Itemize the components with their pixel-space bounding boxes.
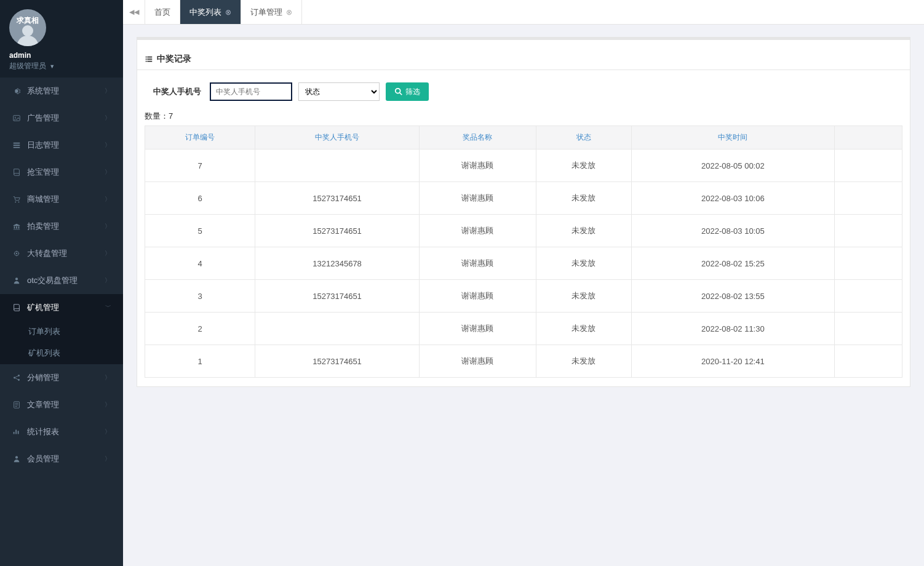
book-icon [11, 168, 22, 177]
sidebar-item[interactable]: 日志管理〉 [0, 132, 123, 159]
table-row: 115273174651谢谢惠顾未发放2020-11-20 12:41 [145, 345, 902, 378]
svg-point-5 [16, 252, 17, 253]
sidebar-item[interactable]: 系统管理〉 [0, 78, 123, 105]
chevron-right-icon: 〉 [105, 195, 111, 204]
chevron-right-icon: 〉 [105, 249, 111, 258]
svg-point-3 [18, 201, 20, 202]
chevron-right-icon: 〉 [105, 87, 111, 95]
sidebar: 求真相 admin 超级管理员 ▼ 系统管理〉广告管理〉日志管理〉抢宝管理〉商城… [0, 0, 123, 566]
table-row: 413212345678谢谢惠顾未发放2022-08-02 15:25 [145, 247, 902, 280]
column-header[interactable]: 中奖时间 [631, 126, 834, 149]
collapse-sidebar-button[interactable]: ◀◀ [123, 0, 145, 24]
cell-status: 未发放 [536, 149, 632, 182]
sidebar-item[interactable]: 矿机管理〉 [0, 294, 123, 321]
chevron-down-icon: ▼ [49, 63, 55, 70]
book-icon [11, 303, 22, 313]
cell-status: 未发放 [536, 313, 632, 345]
cell-id: 5 [145, 215, 255, 247]
table-row: 315273174651谢谢惠顾未发放2022-08-02 13:55 [145, 280, 902, 313]
svg-point-6 [15, 277, 18, 280]
results-table: 订单编号中奖人手机号奖品名称状态中奖时间 7谢谢惠顾未发放2022-08-05 … [145, 126, 902, 378]
table-row: 7谢谢惠顾未发放2022-08-05 00:02 [145, 149, 902, 182]
chevron-right-icon: 〉 [105, 168, 111, 177]
result-count: 数量：7 [145, 111, 902, 122]
column-header[interactable]: 中奖人手机号 [255, 126, 419, 149]
svg-point-2 [15, 201, 16, 202]
table-row: 615273174651谢谢惠顾未发放2022-08-03 10:06 [145, 182, 902, 215]
cell-id: 3 [145, 280, 255, 313]
table-row: 515273174651谢谢惠顾未发放2022-08-03 10:05 [145, 215, 902, 247]
cell-actions [835, 280, 902, 313]
panel-winning-records: 中奖记录 中奖人手机号 状态 筛选 [137, 37, 910, 387]
share-icon [11, 373, 22, 383]
close-icon[interactable]: ⊗ [286, 8, 292, 17]
sidebar-subitem[interactable]: 矿机列表 [0, 343, 123, 364]
sidebar-item[interactable]: 大转盘管理〉 [0, 240, 123, 267]
cell-phone: 15273174651 [255, 215, 419, 247]
sidebar-item-label: 商城管理 [27, 194, 59, 205]
tab-label: 中奖列表 [189, 7, 221, 18]
sidebar-item-label: 抢宝管理 [27, 167, 59, 178]
filter-button[interactable]: 筛选 [386, 82, 429, 101]
cell-id: 7 [145, 149, 255, 182]
cell-phone [255, 313, 419, 345]
column-header[interactable]: 订单编号 [145, 126, 255, 149]
chevron-right-icon: 〉 [105, 373, 111, 382]
cell-time: 2022-08-05 00:02 [631, 149, 834, 182]
cell-actions [835, 215, 902, 247]
column-header[interactable]: 奖品名称 [419, 126, 536, 149]
sidebar-item-label: 拍卖管理 [27, 221, 59, 232]
tab[interactable]: 订单管理⊗ [241, 0, 302, 24]
cell-id: 6 [145, 182, 255, 215]
svg-point-12 [396, 88, 400, 93]
sidebar-item[interactable]: 广告管理〉 [0, 105, 123, 132]
tab[interactable]: 首页 [145, 0, 180, 24]
cart-icon [11, 195, 22, 204]
cell-id: 1 [145, 345, 255, 378]
sidebar-item[interactable]: 拍卖管理〉 [0, 213, 123, 240]
bars-icon [11, 428, 22, 437]
sidebar-item[interactable]: 分销管理〉 [0, 364, 123, 391]
chevron-right-icon: 〉 [105, 428, 111, 436]
sidebar-subitem[interactable]: 订单列表 [0, 321, 123, 343]
profile-block: 求真相 admin 超级管理员 ▼ [0, 0, 123, 78]
chevron-right-icon: 〉 [105, 401, 111, 409]
cell-time: 2022-08-02 15:25 [631, 247, 834, 280]
sidebar-item[interactable]: 商城管理〉 [0, 186, 123, 213]
cell-status: 未发放 [536, 345, 632, 378]
chevron-right-icon: 〉 [105, 276, 111, 285]
sidebar-item-label: 系统管理 [27, 86, 59, 97]
sidebar-item[interactable]: 抢宝管理〉 [0, 159, 123, 186]
username: admin [9, 51, 114, 60]
panel-title: 中奖记录 [137, 45, 910, 70]
tab[interactable]: 中奖列表⊗ [180, 0, 241, 24]
role-dropdown[interactable]: 超级管理员 ▼ [9, 61, 114, 71]
cell-status: 未发放 [536, 182, 632, 215]
svg-line-13 [400, 92, 402, 95]
cell-time: 2020-11-20 12:41 [631, 345, 834, 378]
column-header[interactable] [835, 126, 902, 149]
cell-status: 未发放 [536, 280, 632, 313]
cell-time: 2022-08-02 11:30 [631, 313, 834, 345]
sidebar-item[interactable]: 会员管理〉 [0, 445, 123, 472]
chevron-right-icon: 〉 [105, 455, 111, 463]
sidebar-item[interactable]: 文章管理〉 [0, 391, 123, 418]
gear-icon [11, 87, 22, 96]
status-select[interactable]: 状态 [298, 82, 380, 101]
cell-prize: 谢谢惠顾 [419, 345, 536, 378]
phone-input[interactable] [210, 82, 292, 101]
sidebar-item[interactable]: 统计报表〉 [0, 418, 123, 445]
sidebar-item-label: 大转盘管理 [27, 248, 67, 259]
cell-prize: 谢谢惠顾 [419, 149, 536, 182]
column-header[interactable]: 状态 [536, 126, 632, 149]
wheel-icon [11, 249, 22, 258]
cell-prize: 谢谢惠顾 [419, 215, 536, 247]
chevron-right-icon: 〉 [103, 305, 112, 311]
sidebar-item[interactable]: otc交易盘管理〉 [0, 267, 123, 294]
sidebar-nav: 系统管理〉广告管理〉日志管理〉抢宝管理〉商城管理〉拍卖管理〉大转盘管理〉otc交… [0, 78, 123, 472]
cell-actions [835, 247, 902, 280]
cell-status: 未发放 [536, 247, 632, 280]
close-icon[interactable]: ⊗ [225, 8, 231, 17]
sidebar-item-label: 会员管理 [27, 453, 59, 464]
cell-phone [255, 149, 419, 182]
